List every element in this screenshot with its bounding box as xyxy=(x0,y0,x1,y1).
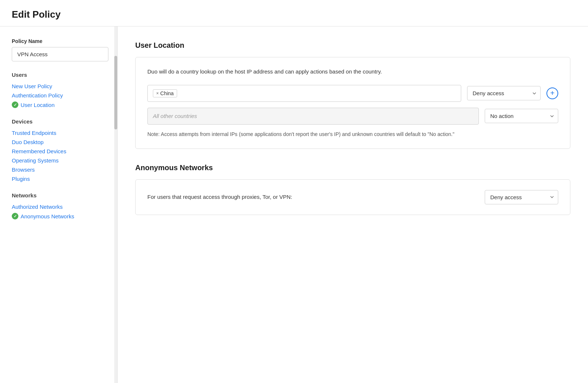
policy-name-label: Policy Name xyxy=(12,38,108,44)
china-tag-remove[interactable]: × xyxy=(156,91,159,96)
sidebar-section-users: Users New User Policy Authentication Pol… xyxy=(12,72,108,110)
sidebar-item-new-user-policy[interactable]: New User Policy xyxy=(12,82,108,91)
scrollbar-thumb[interactable] xyxy=(114,56,117,129)
country-china-action-select[interactable]: Deny access No action Allow access xyxy=(467,86,541,100)
sidebar-item-authentication-policy[interactable]: Authentication Policy xyxy=(12,91,108,100)
all-other-countries-action-select[interactable]: No action Deny access Allow access xyxy=(485,109,558,123)
china-tag: × China xyxy=(153,89,177,97)
sidebar-item-operating-systems[interactable]: Operating Systems xyxy=(12,156,108,165)
sidebar-item-duo-desktop[interactable]: Duo Desktop xyxy=(12,137,108,147)
page-wrapper: Edit Policy Policy Name Users New User P… xyxy=(0,0,588,383)
country-china-input[interactable]: × China xyxy=(147,85,461,102)
all-other-countries-input: All other countries xyxy=(147,108,479,125)
user-location-card: Duo will do a country lookup on the host… xyxy=(135,57,570,149)
all-other-countries-placeholder: All other countries xyxy=(153,113,197,119)
user-location-description: Duo will do a country lookup on the host… xyxy=(147,68,558,76)
sidebar-section-devices: Devices Trusted Endpoints Duo Desktop Re… xyxy=(12,118,108,183)
sidebar-item-trusted-endpoints[interactable]: Trusted Endpoints xyxy=(12,128,108,137)
all-other-countries-row: All other countries No action Deny acces… xyxy=(147,108,558,125)
sidebar-item-anonymous-networks[interactable]: Anonymous Networks xyxy=(12,211,108,221)
anonymous-networks-card: For users that request access through pr… xyxy=(135,179,570,215)
sidebar-section-title-networks: Networks xyxy=(12,192,108,198)
anon-action-select[interactable]: Deny access No action Allow access xyxy=(485,190,558,204)
scrollbar-track xyxy=(114,26,117,383)
anonymous-networks-check-icon xyxy=(12,213,18,219)
sidebar-item-remembered-devices[interactable]: Remembered Devices xyxy=(12,147,108,156)
add-country-button[interactable]: + xyxy=(546,87,558,99)
anon-row: For users that request access through pr… xyxy=(147,190,558,204)
policy-name-input[interactable] xyxy=(12,47,108,61)
sidebar-item-user-location-label: User Location xyxy=(21,102,55,108)
page-header: Edit Policy xyxy=(0,0,588,26)
anonymous-networks-title: Anonymous Networks xyxy=(135,164,570,172)
user-location-check-icon xyxy=(12,101,18,108)
user-location-title: User Location xyxy=(135,41,570,50)
sidebar-item-anonymous-networks-label: Anonymous Networks xyxy=(21,213,74,219)
country-china-row: × China Deny access No action Allow acce… xyxy=(147,85,558,102)
page-title: Edit Policy xyxy=(12,9,576,20)
user-location-note: Note: Access attempts from internal IPs … xyxy=(147,130,558,138)
sidebar-item-browsers[interactable]: Browsers xyxy=(12,165,108,174)
content-area: Policy Name Users New User Policy Authen… xyxy=(0,26,588,383)
anonymous-networks-section: Anonymous Networks For users that reques… xyxy=(135,164,570,215)
china-tag-label: China xyxy=(160,90,174,96)
sidebar-section-networks: Networks Authorized Networks Anonymous N… xyxy=(12,192,108,221)
user-location-section: User Location Duo will do a country look… xyxy=(135,41,570,149)
sidebar-section-title-users: Users xyxy=(12,72,108,78)
sidebar-item-plugins[interactable]: Plugins xyxy=(12,174,108,183)
sidebar-item-user-location[interactable]: User Location xyxy=(12,100,108,110)
anon-description: For users that request access through pr… xyxy=(147,193,477,201)
sidebar: Policy Name Users New User Policy Authen… xyxy=(0,26,118,383)
sidebar-section-title-devices: Devices xyxy=(12,118,108,125)
main-content: User Location Duo will do a country look… xyxy=(118,26,588,383)
sidebar-item-authorized-networks[interactable]: Authorized Networks xyxy=(12,202,108,211)
